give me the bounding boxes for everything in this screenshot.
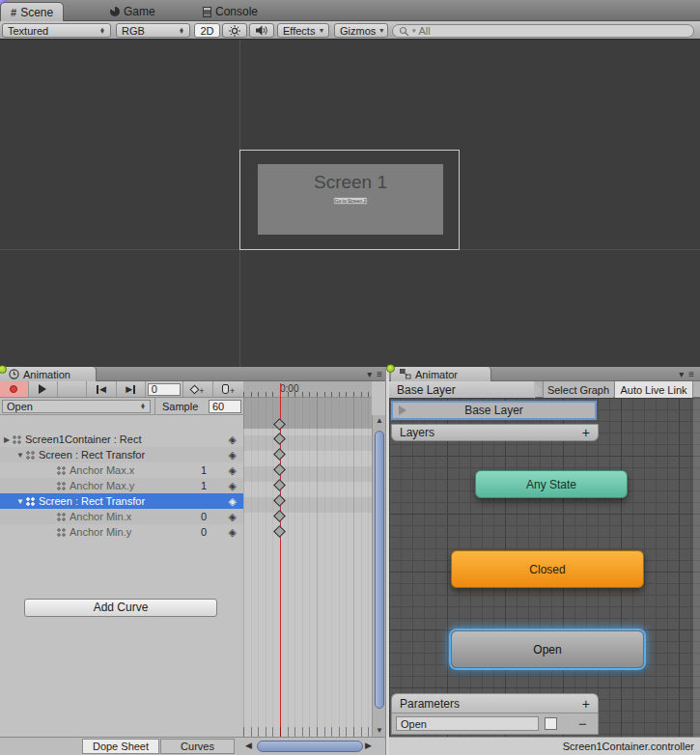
search-icon xyxy=(399,26,409,37)
clip-dropdown[interactable]: Open ▲▼ xyxy=(2,400,151,413)
effects-label: Effects xyxy=(283,25,315,37)
node-label: Closed xyxy=(529,563,565,576)
property-row[interactable]: Anchor Min.y 0 ◈ xyxy=(0,524,243,540)
unity-editor: # Scene Game Console Textured ▲▼ RGB ▲▼ … xyxy=(0,0,700,755)
sun-icon xyxy=(229,25,240,37)
property-row[interactable]: Anchor Max.x 1 ◈ xyxy=(0,462,243,478)
add-keyframe-button[interactable]: + xyxy=(182,381,214,397)
foldout-icon[interactable]: ▼ xyxy=(15,497,25,506)
add-event-button[interactable]: + xyxy=(213,381,243,397)
state-node-closed[interactable]: Closed xyxy=(451,550,644,588)
scroll-up-icon[interactable]: ▲ xyxy=(373,415,386,427)
key-diamond-icon[interactable]: ◈ xyxy=(229,495,237,508)
curves-tab[interactable]: Curves xyxy=(160,739,235,754)
state-machine-graph[interactable]: Base Layer Layers + Any State Closed Ope… xyxy=(389,398,700,737)
parameter-bool-checkbox[interactable] xyxy=(545,717,557,730)
scene-icon: # xyxy=(11,7,16,18)
dope-sheet-stripe xyxy=(243,466,372,482)
select-graph-button[interactable]: Select Graph xyxy=(543,381,613,398)
add-layer-icon[interactable]: + xyxy=(582,425,590,440)
parameters-header-label: Parameters xyxy=(400,697,460,711)
dope-sheet-tab[interactable]: Dope Sheet xyxy=(82,739,159,754)
key-diamond-icon[interactable]: ◈ xyxy=(229,464,237,477)
scene-search-input[interactable]: ▾ All xyxy=(392,24,694,38)
tab-animator-label: Animator xyxy=(415,369,458,380)
ui-canvas-outline[interactable]: Screen 1 Go to Screen 2 xyxy=(239,150,460,250)
vertical-scrollbar-thumb[interactable] xyxy=(375,431,384,709)
key-diamond-icon[interactable]: ◈ xyxy=(229,449,237,461)
key-diamond-icon[interactable]: ◈ xyxy=(229,511,237,523)
search-filter-arrow-icon: ▾ xyxy=(412,27,416,35)
frame-number-field[interactable]: 0 xyxy=(148,383,181,396)
property-value: 1 xyxy=(201,464,207,476)
scroll-right-icon[interactable]: ▶ xyxy=(365,741,372,750)
layer-item-base-layer[interactable]: Base Layer xyxy=(391,401,597,420)
parameters-panel-header[interactable]: Parameters + xyxy=(391,693,599,713)
scene-audio-button[interactable] xyxy=(249,23,274,38)
scroll-down-icon[interactable]: ▼ xyxy=(373,725,386,737)
effects-dropdown[interactable]: Effects ▾ xyxy=(277,23,329,38)
property-row[interactable]: Anchor Min.x 0 ◈ xyxy=(0,509,243,524)
rect-transform-icon xyxy=(56,527,67,538)
rect-transform-icon xyxy=(56,465,67,476)
add-parameter-icon[interactable]: + xyxy=(582,696,590,712)
tab-console[interactable]: Console xyxy=(193,2,267,21)
go-to-screen2-button[interactable]: Go to Screen 2 xyxy=(333,197,367,205)
toggle-2d-button[interactable]: 2D xyxy=(194,23,220,38)
remove-parameter-icon[interactable]: − xyxy=(578,719,587,729)
state-node-open[interactable]: Open xyxy=(451,630,644,668)
tab-scene[interactable]: # Scene xyxy=(0,2,64,21)
horizontal-scrollbar-thumb[interactable] xyxy=(257,741,363,752)
dope-sheet[interactable] xyxy=(243,398,372,737)
vertical-scrollbar[interactable]: ▲ ▼ xyxy=(372,415,385,737)
tab-game[interactable]: Game xyxy=(100,2,165,21)
window-menu-icon[interactable]: ▾ ≡ xyxy=(679,369,695,379)
play-button[interactable] xyxy=(29,381,58,397)
property-row-selected[interactable]: ▼ Screen : Rect Transfor ◈ xyxy=(0,493,243,509)
parameter-name-field[interactable]: Open xyxy=(396,716,539,731)
record-button[interactable] xyxy=(0,381,29,397)
property-row[interactable]: Anchor Max.y 1 ◈ xyxy=(0,478,243,493)
sample-rate-field[interactable]: 60 xyxy=(209,400,241,413)
scene-viewport[interactable]: Screen 1 Go to Screen 2 xyxy=(0,40,700,367)
state-node-any-state[interactable]: Any State xyxy=(475,470,628,498)
foldout-icon[interactable]: ▼ xyxy=(15,451,25,460)
bar-icon xyxy=(97,385,98,394)
scroll-left-icon[interactable]: ◀ xyxy=(245,741,252,750)
tab-animation[interactable]: Animation xyxy=(0,367,97,381)
state-machine-icon xyxy=(400,369,411,379)
property-row[interactable]: ▼ Screen : Rect Transfor ◈ xyxy=(0,447,243,462)
speaker-icon xyxy=(256,25,268,36)
auto-live-link-button[interactable]: Auto Live Link xyxy=(614,381,693,398)
render-channels-dropdown[interactable]: RGB ▲▼ xyxy=(116,23,190,38)
animator-breadcrumb-row: Base Layer Select Graph Auto Live Link xyxy=(389,381,700,398)
shading-mode-value: Textured xyxy=(8,25,48,37)
shading-mode-dropdown[interactable]: Textured ▲▼ xyxy=(2,23,111,38)
tab-animator[interactable]: Animator xyxy=(391,367,491,381)
timeline-ruler[interactable]: 0:00 xyxy=(243,381,372,398)
frame-field-wrap: 0 xyxy=(146,381,182,397)
property-label: Screen : Rect Transfor xyxy=(39,449,145,461)
property-value: 0 xyxy=(201,526,207,538)
animator-status-bar: Screen1Container.controller xyxy=(389,737,700,755)
layers-panel-header[interactable]: Layers + xyxy=(391,424,599,441)
breadcrumb-base-layer[interactable]: Base Layer xyxy=(389,381,534,398)
first-key-button[interactable]: ◀ xyxy=(87,381,117,397)
updown-arrows-icon: ▲▼ xyxy=(179,28,184,34)
window-menu-icon[interactable]: ▾ ≡ xyxy=(367,369,383,379)
scene-lighting-button[interactable] xyxy=(222,23,247,38)
property-row[interactable]: ▶ Screen1Container : Rect ◈ xyxy=(0,432,243,447)
divider xyxy=(154,398,155,415)
graph-right-scrollbar[interactable] xyxy=(692,398,700,737)
screen1-panel[interactable]: Screen 1 Go to Screen 2 xyxy=(258,164,443,235)
add-curve-button[interactable]: Add Curve xyxy=(24,599,217,617)
animator-tabrow: Animator ▾ ≡ xyxy=(389,367,700,381)
key-diamond-icon[interactable]: ◈ xyxy=(229,480,237,492)
search-placeholder: All xyxy=(419,25,431,37)
property-label: Anchor Min.x xyxy=(70,511,131,522)
foldout-icon[interactable]: ▶ xyxy=(2,435,12,444)
key-diamond-icon[interactable]: ◈ xyxy=(229,526,237,539)
gizmos-dropdown[interactable]: Gizmos ▾ xyxy=(334,23,388,38)
key-diamond-icon[interactable]: ◈ xyxy=(229,433,237,446)
next-key-button[interactable]: ▶ xyxy=(117,381,146,397)
